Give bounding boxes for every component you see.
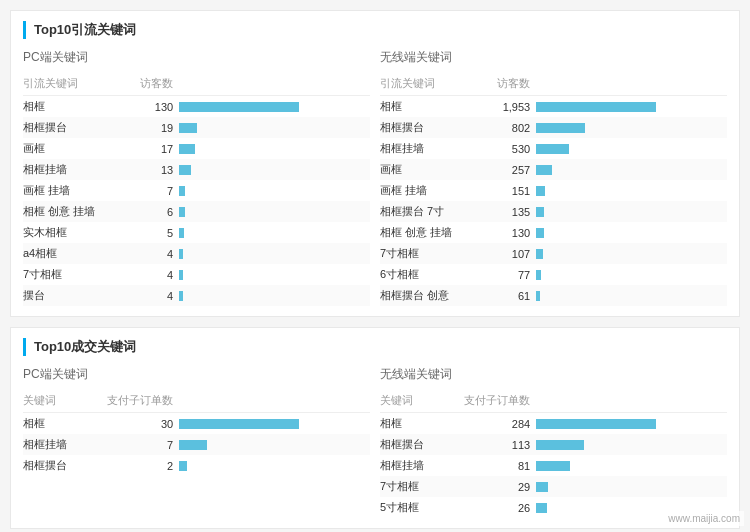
value-cell: 61	[483, 285, 536, 306]
keyword-cell: 实木相框	[23, 222, 126, 243]
bar-indicator	[536, 123, 585, 133]
keyword-cell: 相框挂墙	[380, 455, 442, 476]
keyword-cell: 相框	[23, 96, 126, 118]
table-row: 7寸相框29	[380, 476, 727, 497]
table-row: 画框 挂墙151	[380, 180, 727, 201]
bar-indicator	[179, 207, 185, 217]
bar-cell	[179, 222, 370, 243]
conversion-pc-col: PC端关键词 关键词 支付子订单数 相框30相框挂墙7相框摆台2	[23, 366, 370, 518]
value-cell: 107	[483, 243, 536, 264]
bar-indicator	[536, 270, 541, 280]
value-cell: 284	[442, 413, 536, 435]
table-row: 相框30	[23, 413, 370, 435]
table-row: a4相框4	[23, 243, 370, 264]
keyword-cell: 画框	[380, 159, 483, 180]
value-cell: 113	[442, 434, 536, 455]
bar-cell	[179, 264, 370, 285]
keyword-cell: 相框摆台 创意	[380, 285, 483, 306]
table-row: 相框摆台113	[380, 434, 727, 455]
table-row: 相框摆台2	[23, 455, 370, 476]
value-cell: 151	[483, 180, 536, 201]
table-row: 相框 创意 挂墙130	[380, 222, 727, 243]
conversion-mobile-col: 无线端关键词 关键词 支付子订单数 相框284相框摆台113相框挂墙817寸相框…	[380, 366, 727, 518]
bar-indicator	[536, 291, 540, 301]
bar-indicator	[179, 186, 185, 196]
bar-cell	[179, 455, 370, 476]
keyword-cell: 相框	[23, 413, 85, 435]
main-container: Top10引流关键词 PC端关键词 引流关键词 访客数 相框130相框摆台19画…	[0, 0, 750, 532]
table-row: 相框摆台19	[23, 117, 370, 138]
traffic-keywords-section: Top10引流关键词 PC端关键词 引流关键词 访客数 相框130相框摆台19画…	[10, 10, 740, 317]
bar-cell	[536, 138, 727, 159]
traffic-pc-col-bar	[179, 72, 370, 96]
bar-indicator	[179, 270, 183, 280]
table-row: 画框 挂墙7	[23, 180, 370, 201]
table-row: 相框挂墙81	[380, 455, 727, 476]
value-cell: 13	[126, 159, 179, 180]
table-row: 相框130	[23, 96, 370, 118]
keyword-cell: 相框摆台	[23, 455, 85, 476]
table-row: 相框挂墙13	[23, 159, 370, 180]
conversion-mobile-col-orders: 支付子订单数	[442, 389, 536, 413]
bar-cell	[179, 413, 370, 435]
bar-indicator	[179, 249, 183, 259]
conversion-pc-col-orders: 支付子订单数	[85, 389, 179, 413]
value-cell: 81	[442, 455, 536, 476]
bar-cell	[179, 201, 370, 222]
bar-cell	[536, 476, 727, 497]
bar-indicator	[536, 503, 547, 513]
bar-indicator	[536, 165, 552, 175]
table-row: 画框257	[380, 159, 727, 180]
bar-cell	[179, 138, 370, 159]
bar-indicator	[536, 144, 569, 154]
value-cell: 19	[126, 117, 179, 138]
keyword-cell: 画框	[23, 138, 126, 159]
keyword-cell: 摆台	[23, 285, 126, 306]
bar-indicator	[536, 102, 656, 112]
keyword-cell: 6寸相框	[380, 264, 483, 285]
value-cell: 5	[126, 222, 179, 243]
value-cell: 130	[483, 222, 536, 243]
traffic-mobile-col-bar	[536, 72, 727, 96]
bar-cell	[179, 285, 370, 306]
traffic-keywords-title: Top10引流关键词	[23, 21, 727, 39]
bar-indicator	[536, 228, 544, 238]
table-row: 相框挂墙7	[23, 434, 370, 455]
table-row: 相框摆台 创意61	[380, 285, 727, 306]
value-cell: 7	[85, 434, 179, 455]
keyword-cell: 相框摆台	[380, 434, 442, 455]
bar-cell	[536, 201, 727, 222]
bar-cell	[536, 264, 727, 285]
value-cell: 130	[126, 96, 179, 118]
table-row: 6寸相框77	[380, 264, 727, 285]
table-row: 相框摆台802	[380, 117, 727, 138]
table-row: 7寸相框107	[380, 243, 727, 264]
table-row: 实木相框5	[23, 222, 370, 243]
traffic-mobile-table: 引流关键词 访客数 相框1,953相框摆台802相框挂墙530画框257画框 挂…	[380, 72, 727, 306]
keyword-cell: 相框 创意 挂墙	[380, 222, 483, 243]
bar-indicator	[536, 440, 584, 450]
table-row: 相框摆台 7寸135	[380, 201, 727, 222]
bar-cell	[536, 285, 727, 306]
bar-cell	[536, 117, 727, 138]
traffic-pc-col-visitors: 访客数	[126, 72, 179, 96]
value-cell: 77	[483, 264, 536, 285]
conversion-keywords-cols: PC端关键词 关键词 支付子订单数 相框30相框挂墙7相框摆台2 无线端关键词	[23, 366, 727, 518]
value-cell: 30	[85, 413, 179, 435]
traffic-mobile-col-visitors: 访客数	[483, 72, 536, 96]
keyword-cell: 画框 挂墙	[23, 180, 126, 201]
keyword-cell: 相框 创意 挂墙	[23, 201, 126, 222]
traffic-pc-table: 引流关键词 访客数 相框130相框摆台19画框17相框挂墙13画框 挂墙7相框 …	[23, 72, 370, 306]
bar-cell	[179, 117, 370, 138]
traffic-mobile-col: 无线端关键词 引流关键词 访客数 相框1,953相框摆台802相框挂墙530画框…	[380, 49, 727, 306]
value-cell: 530	[483, 138, 536, 159]
bar-indicator	[179, 461, 187, 471]
traffic-pc-col-keyword: 引流关键词	[23, 72, 126, 96]
traffic-keywords-cols: PC端关键词 引流关键词 访客数 相框130相框摆台19画框17相框挂墙13画框…	[23, 49, 727, 306]
bar-indicator	[179, 419, 299, 429]
table-row: 相框1,953	[380, 96, 727, 118]
bar-cell	[536, 434, 727, 455]
bar-indicator	[179, 123, 197, 133]
conversion-pc-table: 关键词 支付子订单数 相框30相框挂墙7相框摆台2	[23, 389, 370, 476]
bar-cell	[536, 243, 727, 264]
